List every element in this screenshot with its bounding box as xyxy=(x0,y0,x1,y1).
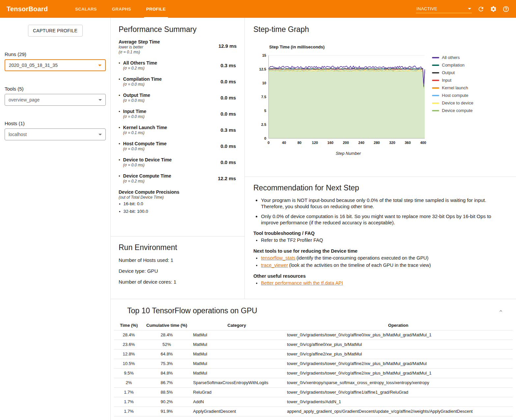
section-heading: Other useful resources xyxy=(253,273,503,279)
step-graph-title: Step-time Graph xyxy=(253,25,516,34)
refresh-icon[interactable] xyxy=(477,6,484,13)
cell-time: 23.6% xyxy=(114,340,144,349)
legend-label: Device compute xyxy=(442,108,473,113)
metric-name: Compilation Time xyxy=(123,76,162,82)
bullet-icon: • xyxy=(119,141,120,151)
cell-operation: tower_0/v/gradients/AddN_1 xyxy=(284,397,513,406)
cell-operation: tower_0/v/cg/affine0/xw_plus_b/MatMul xyxy=(284,340,513,349)
metric-value: 12.2 ms xyxy=(218,176,236,181)
metric-value: 0.0 ms xyxy=(220,111,236,117)
metric-value: 0.3 ms xyxy=(220,63,236,68)
main-nav: SCALARS GRAPHS PROFILE xyxy=(68,0,173,18)
cell-category: MatMul xyxy=(190,340,284,349)
env-device-cores: Number of device cores: 1 xyxy=(119,279,237,285)
perf-metric-row: • Device Compute Time (σ = 0.2 ms) 12.2 … xyxy=(119,173,237,183)
hosts-select[interactable]: localhost xyxy=(5,128,106,140)
cell-category: MatMul xyxy=(190,359,284,368)
runs-label: Runs (29) xyxy=(5,51,106,57)
metric-name: Input Time xyxy=(123,109,147,114)
svg-text:120: 120 xyxy=(312,141,318,145)
svg-text:40: 40 xyxy=(282,141,286,145)
cell-category: ReluGrad xyxy=(190,387,284,397)
bullet-icon: • xyxy=(119,61,120,70)
tab-profile[interactable]: PROFILE xyxy=(139,0,173,18)
x-axis-label: Step Number xyxy=(253,151,428,156)
cell-category: SparseSoftmaxCrossEntropyWithLogits xyxy=(190,378,284,387)
faq-section: Tool troubleshooting / FAQ Refer to the … xyxy=(253,231,503,243)
cell-cumulative: 90.2% xyxy=(144,397,190,406)
cell-category: AddN xyxy=(190,397,284,406)
tool-item-desc: (look at the activities on the timeline … xyxy=(289,263,431,268)
recommendation-bullet: Your program is NOT input-bound because … xyxy=(261,197,503,210)
chevron-down-icon xyxy=(98,65,101,66)
cell-cumulative: 52% xyxy=(144,340,190,349)
cell-category: MatMul xyxy=(190,368,284,378)
section-heading: Next tools to use for reducing the Devic… xyxy=(253,248,503,254)
runs-select-value: 2020_03_05_18_31_35 xyxy=(9,63,58,68)
env-device-type: Device type: GPU xyxy=(119,268,237,274)
cell-cumulative: 86.7% xyxy=(144,378,190,387)
hosts-select-value: localhost xyxy=(9,132,27,137)
capture-profile-button[interactable]: CAPTURE PROFILE xyxy=(28,25,83,37)
chevron-down-icon xyxy=(99,134,102,135)
perf-metric-row: • Device to Device Time (σ = 0.0 ms) 0.0… xyxy=(119,157,237,167)
perf-metric-row: • All Others Time (σ = 0.2 ms) 0.3 ms xyxy=(119,60,237,70)
cell-time: 1.7% xyxy=(114,387,144,397)
col-header-cumulative: Cumulative time (%) xyxy=(144,321,190,330)
legend-label: Device to device xyxy=(442,100,473,105)
chart-title: Step Time (in milliseconds) xyxy=(269,44,428,49)
collapse-section-icon[interactable] xyxy=(497,307,505,315)
table-row: 1.7% 88.5% ReluGrad tower_0/v/gradients/… xyxy=(114,387,513,397)
legend-label: Host compute xyxy=(442,93,468,98)
chevron-down-icon xyxy=(468,8,471,10)
settings-gear-icon[interactable] xyxy=(490,6,497,13)
tool-item-desc: (identify the time-consuming operations … xyxy=(297,255,429,261)
svg-text:240: 240 xyxy=(358,141,364,145)
legend-item: Input xyxy=(432,78,473,83)
cell-operation: tower_0/v/gradients/tower_0/v/cg/affine2… xyxy=(284,359,513,368)
tools-select[interactable]: overview_page xyxy=(5,94,106,106)
performance-summary-panel: Performance Summary Average Step Time lo… xyxy=(111,18,244,237)
legend-swatch-icon xyxy=(432,57,439,58)
top-ops-panel: Top 10 TensorFlow operations on GPU Time… xyxy=(111,299,516,420)
app-title: TensorBoard xyxy=(7,5,48,13)
cell-category: MatMul xyxy=(190,349,284,359)
cell-operation: tower_0/v/gradients/tower_0/v/cg/affine2… xyxy=(284,368,513,378)
step-time-graph-panel: Step-time Graph Step Time (in millisecon… xyxy=(245,18,516,177)
metric-name: Host Compute Time xyxy=(123,141,167,146)
runs-select[interactable]: 2020_03_05_18_31_35 xyxy=(5,59,106,71)
metric-sigma: (σ = 0.1 ms) xyxy=(119,50,160,54)
tab-scalars[interactable]: SCALARS xyxy=(68,0,104,18)
tools-label: Tools (5) xyxy=(5,86,106,92)
metric-name: All Others Time xyxy=(123,60,157,66)
table-row: 12.8% 64.8% MatMul tower_0/v/cg/affine2/… xyxy=(114,349,513,359)
legend-item: All others xyxy=(432,55,473,60)
metric-value: 0.3 ms xyxy=(220,127,236,133)
precision-value: 16-bit: 0.0 xyxy=(124,201,143,207)
help-icon[interactable] xyxy=(502,6,509,13)
recommendation-panel: Recommendation for Next Step Your progra… xyxy=(245,177,516,287)
legend-swatch-icon xyxy=(432,80,439,81)
run-status-select[interactable]: INACTIVE xyxy=(416,5,472,13)
faq-item: Refer to the TF2 Profiler FAQ xyxy=(261,237,503,243)
resource-item: Better performance with the tf.data API xyxy=(261,280,503,286)
other-resources-section: Other useful resources Better performanc… xyxy=(253,273,503,286)
metric-name: Kernel Launch Time xyxy=(123,125,167,130)
legend-label: Kernel launch xyxy=(442,85,468,90)
legend-swatch-icon xyxy=(432,87,439,89)
legend-label: Compilation xyxy=(442,63,465,68)
precision-value: 32-bit: 100.0 xyxy=(124,209,148,215)
precisions-title: Device Compute Precisions xyxy=(119,189,237,195)
metric-value: 0.0 ms xyxy=(220,143,236,149)
step-time-chart[interactable]: 02.557.51012.515040801201602002402803203… xyxy=(253,52,428,148)
tab-graphs[interactable]: GRAPHS xyxy=(104,0,139,18)
cell-operation: tower_0/v/gradients/tower_0/v/cg/affine0… xyxy=(284,330,513,340)
cell-cumulative: 88.5% xyxy=(144,387,190,397)
col-header-time: Time (%) xyxy=(114,321,144,330)
cell-operation: tower_0/v/gradients/tower_0/v/cg/affine1… xyxy=(284,387,513,397)
tensorflow-stats-link[interactable]: tensorflow_stats xyxy=(261,255,296,261)
cell-time: 10.5% xyxy=(114,359,144,368)
trace-viewer-link[interactable]: trace_viewer xyxy=(261,263,288,268)
legend-item: Device compute xyxy=(432,108,473,113)
tfdata-performance-link[interactable]: Better performance with the tf.data API xyxy=(261,280,343,286)
